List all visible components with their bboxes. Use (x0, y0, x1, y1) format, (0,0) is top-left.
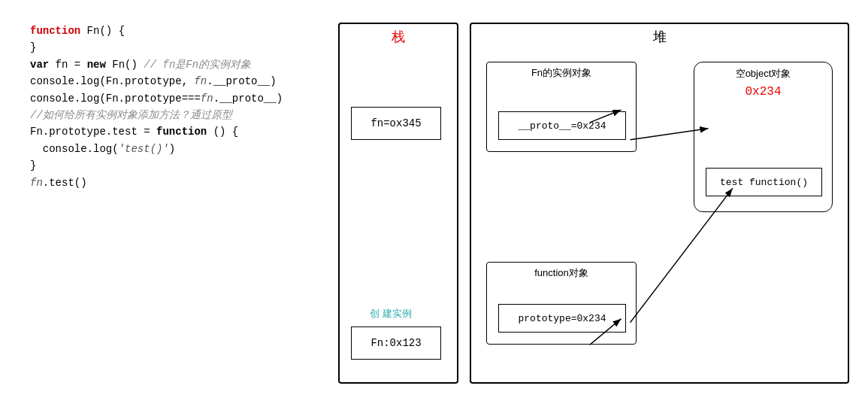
fn-call: fn (30, 177, 43, 189)
instance-obj-title: Fn的实例对象 (487, 62, 636, 84)
instance-obj-box: Fn的实例对象 __proto__=0x234 (486, 62, 637, 152)
function-obj-title: function对象 (487, 263, 636, 284)
keyword-function: function (30, 25, 80, 37)
fn-constructor-value: Fn:0x123 (370, 337, 421, 349)
heap-box: 堆 Fn的实例对象 __proto__=0x234 function对象 pro… (470, 23, 849, 384)
test-string: 'test()' (119, 143, 169, 155)
function-obj-box: function对象 prototype=0x234 (486, 262, 637, 345)
proto-value: __proto__=0x234 (518, 120, 606, 132)
fn-instance-value: fn=ox345 (370, 117, 421, 129)
addr-label: 0x234 (694, 82, 832, 102)
proto-cell: __proto__=0x234 (498, 111, 626, 140)
code-line-6: console.log(Fn.prototype===fn.__proto__) (30, 90, 323, 107)
diagram-panel: 栈 fn=ox345 创 建实例 Fn:0x123 堆 Fn的实例对象 __pr… (331, 15, 853, 399)
code-line-12: fn.test() (30, 175, 323, 191)
empty-obj-title: 空object对象 (694, 62, 832, 82)
prototype-cell: prototype=0x234 (498, 304, 626, 333)
comment-2: //如何给所有实例对象添加方法？通过原型 (30, 109, 232, 121)
var-keyword: var (30, 59, 49, 71)
create-instance-label: 创 建实例 (370, 307, 412, 320)
fn-italic-1: fn (194, 75, 207, 87)
stack-box: 栈 fn=ox345 创 建实例 Fn:0x123 (338, 23, 458, 384)
fn-keyword-2: function (156, 126, 207, 138)
fn-italic-2: fn (201, 93, 213, 105)
code-line-9: Fn.prototype.test = function () { (30, 123, 323, 140)
test-fn-value: test function() (720, 177, 808, 188)
empty-obj-box: 空object对象 0x234 test function() (694, 62, 833, 212)
test-fn-cell: test function() (706, 168, 822, 196)
code-line-4: var fn = new Fn() // fn是Fn的实例对象 (30, 56, 323, 73)
code-fn-name: Fn() { (80, 25, 125, 37)
code-panel: function Fn() { } var fn = new Fn() // f… (15, 15, 331, 199)
heap-label: 堆 (471, 24, 848, 50)
code-line-3: } (30, 39, 323, 56)
stack-label: 栈 (340, 24, 457, 50)
code-line-11: } (30, 157, 323, 174)
code-line-5: console.log(Fn.prototype, fn.__proto__) (30, 73, 323, 90)
fn-instance-cell: fn=ox345 (351, 107, 441, 140)
prototype-value: prototype=0x234 (518, 313, 606, 324)
comment-1: // fn是Fn的实例对象 (144, 59, 251, 71)
code-line-10: console.log('test()') (30, 141, 323, 157)
fn-constructor-cell: Fn:0x123 (351, 327, 441, 360)
new-keyword: new (87, 59, 106, 71)
code-line-1: function Fn() { (30, 23, 323, 39)
code-line-8: //如何给所有实例对象添加方法？通过原型 (30, 107, 323, 123)
